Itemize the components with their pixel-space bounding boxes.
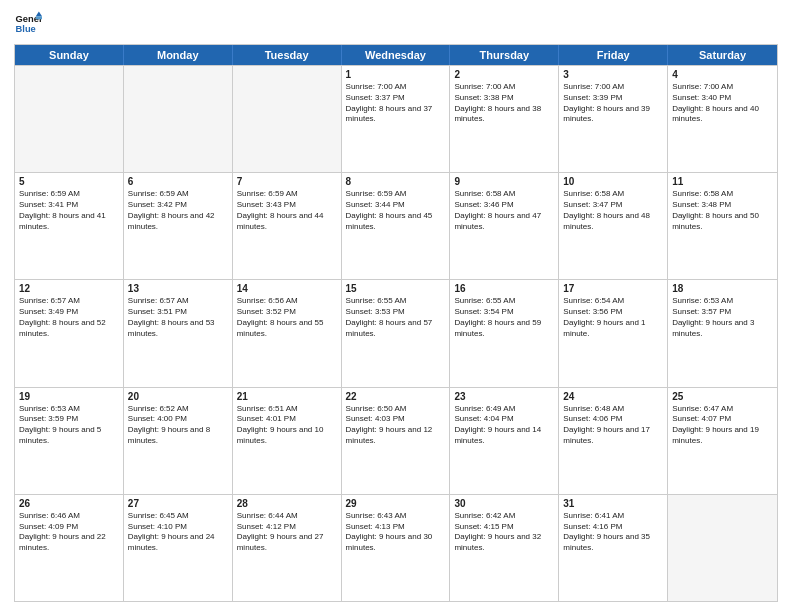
day-number: 18 <box>672 283 773 294</box>
calendar-header: SundayMondayTuesdayWednesdayThursdayFrid… <box>15 45 777 65</box>
calendar-cell: 6Sunrise: 6:59 AM Sunset: 3:42 PM Daylig… <box>124 173 233 279</box>
calendar-cell <box>668 495 777 601</box>
calendar-cell: 12Sunrise: 6:57 AM Sunset: 3:49 PM Dayli… <box>15 280 124 386</box>
cell-info: Sunrise: 6:46 AM Sunset: 4:09 PM Dayligh… <box>19 511 119 554</box>
cell-info: Sunrise: 6:56 AM Sunset: 3:52 PM Dayligh… <box>237 296 337 339</box>
logo: General Blue <box>14 10 42 38</box>
cell-info: Sunrise: 6:57 AM Sunset: 3:49 PM Dayligh… <box>19 296 119 339</box>
cell-info: Sunrise: 6:44 AM Sunset: 4:12 PM Dayligh… <box>237 511 337 554</box>
page: General Blue SundayMondayTuesdayWednesda… <box>0 0 792 612</box>
day-number: 8 <box>346 176 446 187</box>
calendar-cell: 19Sunrise: 6:53 AM Sunset: 3:59 PM Dayli… <box>15 388 124 494</box>
weekday-header: Friday <box>559 45 668 65</box>
day-number: 17 <box>563 283 663 294</box>
day-number: 14 <box>237 283 337 294</box>
calendar-cell: 14Sunrise: 6:56 AM Sunset: 3:52 PM Dayli… <box>233 280 342 386</box>
calendar-cell: 11Sunrise: 6:58 AM Sunset: 3:48 PM Dayli… <box>668 173 777 279</box>
calendar-cell: 24Sunrise: 6:48 AM Sunset: 4:06 PM Dayli… <box>559 388 668 494</box>
calendar-cell <box>233 66 342 172</box>
cell-info: Sunrise: 6:59 AM Sunset: 3:42 PM Dayligh… <box>128 189 228 232</box>
header: General Blue <box>14 10 778 38</box>
calendar-cell: 7Sunrise: 6:59 AM Sunset: 3:43 PM Daylig… <box>233 173 342 279</box>
calendar-cell <box>15 66 124 172</box>
calendar-cell: 8Sunrise: 6:59 AM Sunset: 3:44 PM Daylig… <box>342 173 451 279</box>
cell-info: Sunrise: 6:41 AM Sunset: 4:16 PM Dayligh… <box>563 511 663 554</box>
svg-text:Blue: Blue <box>16 24 36 34</box>
cell-info: Sunrise: 6:47 AM Sunset: 4:07 PM Dayligh… <box>672 404 773 447</box>
cell-info: Sunrise: 6:55 AM Sunset: 3:53 PM Dayligh… <box>346 296 446 339</box>
day-number: 25 <box>672 391 773 402</box>
calendar-row: 12Sunrise: 6:57 AM Sunset: 3:49 PM Dayli… <box>15 279 777 386</box>
weekday-header: Sunday <box>15 45 124 65</box>
day-number: 11 <box>672 176 773 187</box>
day-number: 30 <box>454 498 554 509</box>
day-number: 1 <box>346 69 446 80</box>
cell-info: Sunrise: 6:59 AM Sunset: 3:43 PM Dayligh… <box>237 189 337 232</box>
day-number: 19 <box>19 391 119 402</box>
calendar-cell: 4Sunrise: 7:00 AM Sunset: 3:40 PM Daylig… <box>668 66 777 172</box>
day-number: 2 <box>454 69 554 80</box>
cell-info: Sunrise: 6:45 AM Sunset: 4:10 PM Dayligh… <box>128 511 228 554</box>
weekday-header: Thursday <box>450 45 559 65</box>
calendar-cell: 26Sunrise: 6:46 AM Sunset: 4:09 PM Dayli… <box>15 495 124 601</box>
calendar-cell: 31Sunrise: 6:41 AM Sunset: 4:16 PM Dayli… <box>559 495 668 601</box>
day-number: 5 <box>19 176 119 187</box>
day-number: 7 <box>237 176 337 187</box>
day-number: 22 <box>346 391 446 402</box>
cell-info: Sunrise: 6:58 AM Sunset: 3:47 PM Dayligh… <box>563 189 663 232</box>
day-number: 10 <box>563 176 663 187</box>
calendar-cell: 29Sunrise: 6:43 AM Sunset: 4:13 PM Dayli… <box>342 495 451 601</box>
calendar-cell: 28Sunrise: 6:44 AM Sunset: 4:12 PM Dayli… <box>233 495 342 601</box>
calendar-cell: 23Sunrise: 6:49 AM Sunset: 4:04 PM Dayli… <box>450 388 559 494</box>
calendar-cell: 16Sunrise: 6:55 AM Sunset: 3:54 PM Dayli… <box>450 280 559 386</box>
cell-info: Sunrise: 6:58 AM Sunset: 3:48 PM Dayligh… <box>672 189 773 232</box>
calendar-row: 19Sunrise: 6:53 AM Sunset: 3:59 PM Dayli… <box>15 387 777 494</box>
weekday-header: Monday <box>124 45 233 65</box>
day-number: 26 <box>19 498 119 509</box>
cell-info: Sunrise: 6:53 AM Sunset: 3:57 PM Dayligh… <box>672 296 773 339</box>
weekday-header: Tuesday <box>233 45 342 65</box>
day-number: 9 <box>454 176 554 187</box>
day-number: 31 <box>563 498 663 509</box>
day-number: 16 <box>454 283 554 294</box>
day-number: 27 <box>128 498 228 509</box>
cell-info: Sunrise: 6:52 AM Sunset: 4:00 PM Dayligh… <box>128 404 228 447</box>
day-number: 15 <box>346 283 446 294</box>
weekday-header: Saturday <box>668 45 777 65</box>
calendar-row: 26Sunrise: 6:46 AM Sunset: 4:09 PM Dayli… <box>15 494 777 601</box>
calendar-cell: 18Sunrise: 6:53 AM Sunset: 3:57 PM Dayli… <box>668 280 777 386</box>
day-number: 28 <box>237 498 337 509</box>
logo-icon: General Blue <box>14 10 42 38</box>
calendar-cell: 27Sunrise: 6:45 AM Sunset: 4:10 PM Dayli… <box>124 495 233 601</box>
day-number: 24 <box>563 391 663 402</box>
day-number: 6 <box>128 176 228 187</box>
cell-info: Sunrise: 7:00 AM Sunset: 3:39 PM Dayligh… <box>563 82 663 125</box>
calendar-cell <box>124 66 233 172</box>
day-number: 4 <box>672 69 773 80</box>
day-number: 3 <box>563 69 663 80</box>
cell-info: Sunrise: 6:48 AM Sunset: 4:06 PM Dayligh… <box>563 404 663 447</box>
calendar-cell: 5Sunrise: 6:59 AM Sunset: 3:41 PM Daylig… <box>15 173 124 279</box>
day-number: 23 <box>454 391 554 402</box>
calendar-cell: 25Sunrise: 6:47 AM Sunset: 4:07 PM Dayli… <box>668 388 777 494</box>
cell-info: Sunrise: 6:59 AM Sunset: 3:44 PM Dayligh… <box>346 189 446 232</box>
cell-info: Sunrise: 6:57 AM Sunset: 3:51 PM Dayligh… <box>128 296 228 339</box>
cell-info: Sunrise: 7:00 AM Sunset: 3:37 PM Dayligh… <box>346 82 446 125</box>
calendar-cell: 10Sunrise: 6:58 AM Sunset: 3:47 PM Dayli… <box>559 173 668 279</box>
calendar-cell: 22Sunrise: 6:50 AM Sunset: 4:03 PM Dayli… <box>342 388 451 494</box>
calendar-cell: 13Sunrise: 6:57 AM Sunset: 3:51 PM Dayli… <box>124 280 233 386</box>
cell-info: Sunrise: 7:00 AM Sunset: 3:38 PM Dayligh… <box>454 82 554 125</box>
cell-info: Sunrise: 6:59 AM Sunset: 3:41 PM Dayligh… <box>19 189 119 232</box>
calendar-cell: 17Sunrise: 6:54 AM Sunset: 3:56 PM Dayli… <box>559 280 668 386</box>
calendar-cell: 20Sunrise: 6:52 AM Sunset: 4:00 PM Dayli… <box>124 388 233 494</box>
calendar-cell: 21Sunrise: 6:51 AM Sunset: 4:01 PM Dayli… <box>233 388 342 494</box>
calendar-row: 1Sunrise: 7:00 AM Sunset: 3:37 PM Daylig… <box>15 65 777 172</box>
cell-info: Sunrise: 6:55 AM Sunset: 3:54 PM Dayligh… <box>454 296 554 339</box>
day-number: 21 <box>237 391 337 402</box>
day-number: 12 <box>19 283 119 294</box>
cell-info: Sunrise: 7:00 AM Sunset: 3:40 PM Dayligh… <box>672 82 773 125</box>
calendar-cell: 3Sunrise: 7:00 AM Sunset: 3:39 PM Daylig… <box>559 66 668 172</box>
day-number: 13 <box>128 283 228 294</box>
cell-info: Sunrise: 6:49 AM Sunset: 4:04 PM Dayligh… <box>454 404 554 447</box>
calendar-cell: 2Sunrise: 7:00 AM Sunset: 3:38 PM Daylig… <box>450 66 559 172</box>
